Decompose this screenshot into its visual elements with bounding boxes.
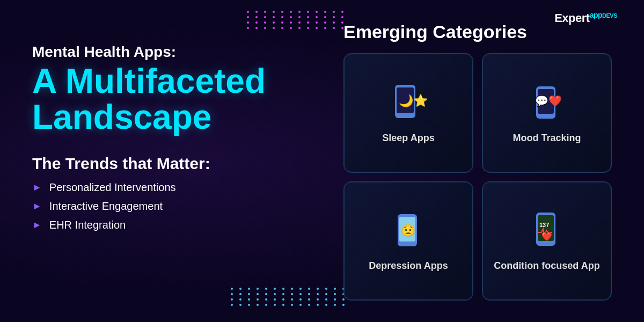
arrow-icon-3: ► (32, 220, 42, 230)
arrow-icon-2: ► (32, 201, 42, 211)
svg-text:❤️: ❤️ (541, 231, 552, 241)
trend-item-2: ► Interactive Engagement (32, 200, 322, 213)
category-card-mood: 💬❤️ Mood Tracking (482, 53, 612, 173)
sleep-apps-label: Sleep Apps (382, 133, 434, 144)
svg-text:💬❤️: 💬❤️ (535, 94, 562, 107)
svg-text:😟: 😟 (401, 223, 416, 238)
trend-label-2: Interactive Engagement (49, 200, 163, 213)
trend-item-3: ► EHR Integration (32, 219, 322, 231)
svg-text:🌙⭐: 🌙⭐ (399, 93, 428, 108)
arrow-icon-1: ► (32, 182, 42, 192)
mood-tracking-label: Mood Tracking (513, 133, 581, 144)
svg-text:137: 137 (539, 222, 549, 228)
condition-focused-label: Condition focused App (494, 260, 599, 272)
left-section: Mental Health Apps: A Multifaceted Lands… (32, 21, 343, 301)
trend-label-3: EHR Integration (49, 219, 126, 231)
right-section: Emerging Categories 🌙⭐ Sleep Apps (343, 21, 612, 301)
depression-apps-label: Depression Apps (369, 260, 448, 272)
categories-grid: 🌙⭐ Sleep Apps 💬❤️ Mood Tracking (343, 53, 612, 301)
trend-list: ► Personalized Interventions ► Interacti… (32, 181, 322, 231)
main-heading: A Multifaceted Landscape (32, 63, 322, 135)
section-title: Emerging Categories (343, 21, 612, 42)
category-card-depression: 😟 Depression Apps (343, 181, 473, 301)
category-card-condition: 137 ❤️ Condition focused App (482, 181, 612, 301)
trends-heading: The Trends that Matter: (32, 155, 322, 173)
trend-item-1: ► Personalized Interventions (32, 181, 322, 194)
trend-label-1: Personalized Interventions (49, 181, 176, 194)
category-card-sleep: 🌙⭐ Sleep Apps (343, 53, 473, 173)
subtitle-heading: Mental Health Apps: (32, 43, 322, 61)
